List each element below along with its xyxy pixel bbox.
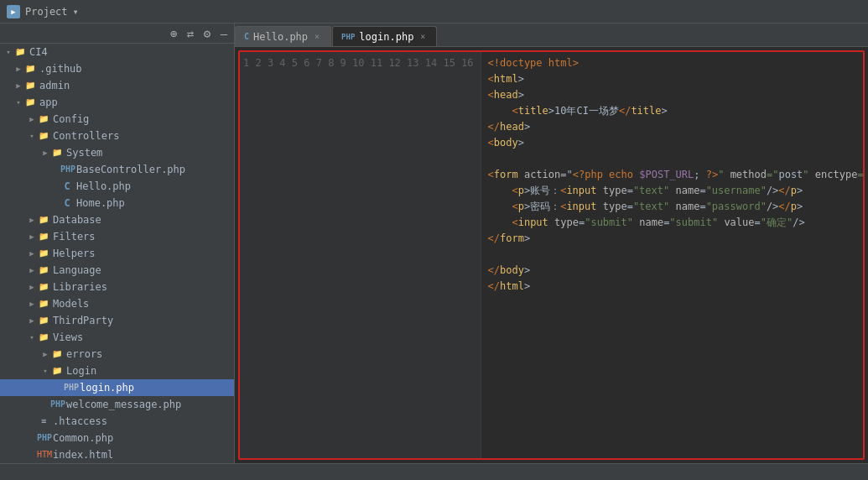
- arrow-errors: ▶: [40, 350, 50, 358]
- sync-icon[interactable]: ⇄: [184, 27, 197, 40]
- tree-item-login-folder[interactable]: ▾ 📁 Login: [0, 363, 234, 379]
- tree-item-ci4[interactable]: ▾ 📁 CI4: [0, 44, 234, 60]
- tree-label-language: Language: [53, 264, 101, 276]
- close-tab-hello[interactable]: ×: [312, 32, 322, 41]
- editor-area: C Hello.php × PHP login.php × 1 2 3 4 5 …: [235, 23, 868, 463]
- code-line-4: <title>10年CI一场梦</title>: [488, 103, 865, 119]
- tree-item-models[interactable]: ▶ 📁 Models: [0, 295, 234, 312]
- tree-item-thirdparty[interactable]: ▶ 📁 ThirdParty: [0, 312, 234, 329]
- file-icon-basecontroller: PHP: [60, 163, 74, 176]
- code-line-13: [488, 247, 865, 263]
- file-icon-welcome: PHP: [50, 398, 64, 411]
- tree-label-github: .github: [39, 63, 82, 75]
- tree-label-htaccess: .htaccess: [53, 415, 107, 427]
- tree-label-basecontroller: BaseController.php: [76, 164, 185, 175]
- tree-item-welcome[interactable]: PHP welcome_message.php: [0, 396, 234, 413]
- tree-label-views: Views: [53, 331, 83, 343]
- tree-item-index-html[interactable]: HTM index.html: [0, 446, 234, 463]
- code-line-11: <input type="submit" name="submit" value…: [488, 215, 865, 231]
- tree-label-errors: errors: [66, 348, 102, 360]
- code-line-6: <body>: [488, 135, 865, 151]
- tree-item-hello[interactable]: C Hello.php: [0, 178, 234, 195]
- arrow-controllers: ▾: [27, 132, 37, 140]
- tree-label-index-html: index.html: [53, 449, 113, 461]
- tree-item-app[interactable]: ▾ 📁 app: [0, 94, 234, 111]
- minimize-icon[interactable]: —: [217, 27, 231, 40]
- arrow-admin: ▶: [13, 81, 23, 90]
- sidebar: ⊕ ⇄ ⚙ — ▾ 📁 CI4 ▶ 📁 .github: [0, 23, 235, 463]
- arrow-database: ▶: [27, 216, 37, 224]
- code-line-5: </head>: [488, 119, 865, 135]
- title-bar: ▶ Project ▾: [0, 0, 868, 23]
- tree-item-controllers[interactable]: ▾ 📁 Controllers: [0, 128, 234, 144]
- tab-hello[interactable]: C Hello.php ×: [235, 26, 331, 46]
- arrow-login-folder: ▾: [40, 367, 50, 375]
- tree-label-config: Config: [53, 113, 89, 125]
- code-line-7: [488, 151, 865, 167]
- close-tab-login[interactable]: ×: [418, 32, 428, 41]
- tree-item-htaccess[interactable]: ≡ .htaccess: [0, 413, 234, 430]
- folder-icon-database: 📁: [37, 213, 50, 227]
- title-bar-left: ▶ Project ▾: [7, 5, 79, 18]
- code-line-1: <!doctype html>: [488, 55, 865, 71]
- tree-item-database[interactable]: ▶ 📁 Database: [0, 211, 234, 228]
- tree-label-thirdparty: ThirdParty: [53, 315, 113, 326]
- tree-item-config[interactable]: ▶ 📁 Config: [0, 111, 234, 128]
- tree-item-views[interactable]: ▾ 📁 Views: [0, 329, 234, 346]
- folder-icon-ci4: 📁: [13, 45, 27, 59]
- folder-icon-github: 📁: [23, 62, 37, 76]
- code-line-12: </form>: [488, 231, 865, 247]
- arrow-models: ▶: [27, 300, 37, 308]
- tree-item-basecontroller[interactable]: PHP BaseController.php: [0, 161, 234, 178]
- tab-label-login: login.php: [359, 31, 413, 43]
- code-container: 1 2 3 4 5 6 7 8 9 10 11 12 13 14 15 16 <…: [238, 50, 865, 460]
- tree-label-database: Database: [53, 214, 101, 226]
- tree-item-admin[interactable]: ▶ 📁 admin: [0, 77, 234, 94]
- file-tree: ▾ 📁 CI4 ▶ 📁 .github ▶ 📁 admin ▾: [0, 44, 234, 463]
- tree-item-errors[interactable]: ▶ 📁 errors: [0, 346, 234, 363]
- status-bar: [0, 463, 868, 480]
- tree-item-libraries[interactable]: ▶ 📁 Libraries: [0, 279, 234, 295]
- code-line-2: <html>: [488, 71, 865, 87]
- tree-label-login-php: login.php: [80, 382, 134, 394]
- arrow-system: ▶: [40, 149, 50, 157]
- folder-icon-errors: 📁: [50, 347, 64, 361]
- project-label: Project: [25, 6, 68, 18]
- settings-icon[interactable]: ⚙: [200, 27, 214, 40]
- folder-icon-helpers: 📁: [37, 247, 50, 260]
- code-content[interactable]: <!doctype html><html><head> <title>10年CI…: [481, 52, 865, 458]
- tree-item-filters[interactable]: ▶ 📁 Filters: [0, 228, 234, 245]
- folder-icon-admin: 📁: [23, 79, 37, 92]
- tree-item-common[interactable]: PHP Common.php: [0, 430, 234, 446]
- folder-icon-system: 📁: [50, 146, 64, 159]
- file-icon-index-html: HTM: [37, 448, 50, 462]
- tree-label-hello: Hello.php: [76, 180, 131, 192]
- file-icon-hello: C: [60, 180, 74, 193]
- tree-label-admin: admin: [39, 80, 70, 91]
- arrow-filters: ▶: [27, 232, 37, 241]
- tree-label-common: Common.php: [53, 432, 113, 444]
- tree-label-welcome: welcome_message.php: [66, 399, 181, 410]
- tree-label-app: app: [39, 97, 58, 108]
- tree-item-helpers[interactable]: ▶ 📁 Helpers: [0, 245, 234, 262]
- line-numbers: 1 2 3 4 5 6 7 8 9 10 11 12 13 14 15 16: [240, 52, 481, 458]
- file-icon-home: C: [60, 196, 74, 210]
- code-line-9: <p>账号：<input type="text" name="username"…: [488, 183, 865, 199]
- tab-login[interactable]: PHP login.php ×: [332, 26, 437, 46]
- tree-label-ci4: CI4: [29, 46, 48, 58]
- tree-item-language[interactable]: ▶ 📁 Language: [0, 262, 234, 279]
- tree-item-login-php[interactable]: PHP login.php: [0, 379, 234, 396]
- code-line-14: </body>: [488, 263, 865, 279]
- project-drop-icon[interactable]: ▾: [73, 6, 79, 18]
- add-icon[interactable]: ⊕: [167, 27, 180, 40]
- tree-item-github[interactable]: ▶ 📁 .github: [0, 60, 234, 77]
- folder-icon-controllers: 📁: [37, 129, 50, 143]
- tree-label-filters: Filters: [53, 231, 96, 243]
- file-icon-login-php: PHP: [64, 381, 77, 394]
- arrow-ci4: ▾: [3, 48, 13, 56]
- folder-icon-language: 📁: [37, 263, 50, 277]
- folder-icon-thirdparty: 📁: [37, 314, 50, 327]
- folder-icon-libraries: 📁: [37, 280, 50, 294]
- tree-item-system[interactable]: ▶ 📁 System: [0, 144, 234, 161]
- tree-item-home[interactable]: C Home.php: [0, 195, 234, 211]
